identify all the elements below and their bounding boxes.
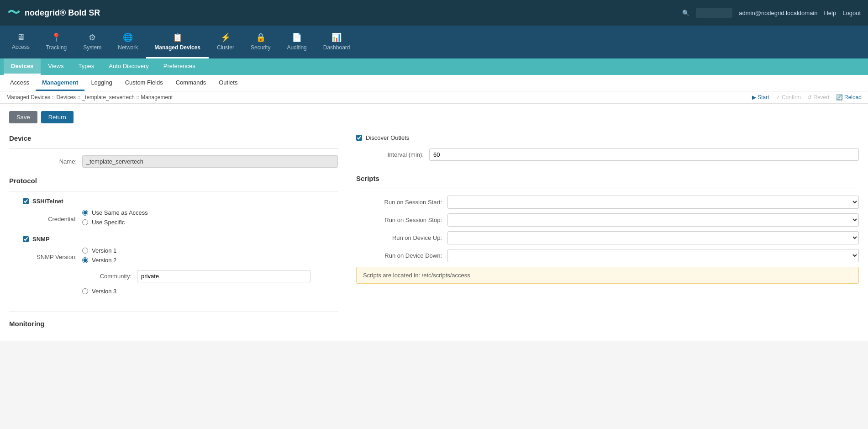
nav-label-dashboard: Dashboard <box>323 44 350 51</box>
cluster-icon: ⚡ <box>221 32 231 42</box>
nav-item-managed-devices[interactable]: 📋 Managed Devices <box>146 26 209 58</box>
secnav-item-outlets[interactable]: Outlets <box>212 75 244 91</box>
version3-row: Version 3 <box>82 288 338 297</box>
subnav-item-types[interactable]: Types <box>71 58 102 75</box>
interval-label: Interval (min): <box>356 151 429 158</box>
nav-item-security[interactable]: 🔒 Security <box>242 26 279 58</box>
subnav-label-devices: Devices <box>11 63 33 69</box>
version2-label: Version 2 <box>92 257 116 264</box>
script-session-stop-select[interactable] <box>447 213 859 227</box>
nav-label-access: Access <box>12 44 30 50</box>
version3-radio[interactable] <box>82 288 88 294</box>
subnav-item-auto-discovery[interactable]: Auto Discovery <box>101 58 156 75</box>
breadcrumb-actions: ▶ Start ✓ Confirm ↺ Revert 🔄 Reload <box>752 94 862 101</box>
ssh-telnet-row: SSH/Telnet <box>23 198 338 205</box>
device-name-label: Name: <box>9 158 82 165</box>
credential-label: Credential: <box>9 216 82 222</box>
logo-icon: 〜 <box>7 4 20 21</box>
nav-item-auditing[interactable]: 📄 Auditing <box>279 26 315 58</box>
script-session-start-select[interactable] <box>447 196 859 209</box>
use-specific-radio[interactable] <box>82 219 88 225</box>
snmp-version-row: SNMP Version: Version 1 Version 2 <box>9 247 338 266</box>
nav-label-network: Network <box>118 44 138 51</box>
reload-action[interactable]: 🔄 Reload <box>836 94 862 101</box>
nav-label-security: Security <box>251 44 270 51</box>
secnav-label-management: Management <box>42 79 78 86</box>
secnav-item-management[interactable]: Management <box>36 75 84 91</box>
use-same-as-access-label: Use Same as Access <box>92 209 148 216</box>
main-nav: 🖥 Access 📍 Tracking ⚙ System 🌐 Network 📋… <box>0 26 868 58</box>
monitoring-section: Monitoring <box>9 311 338 328</box>
nav-item-system[interactable]: ⚙ System <box>75 26 110 58</box>
subnav-label-auto-discovery: Auto Discovery <box>109 63 148 69</box>
breadcrumb-bar: Managed Devices :: Devices :: _template_… <box>0 91 868 104</box>
interval-input[interactable] <box>429 148 859 161</box>
search-icon: 🔍 <box>682 10 689 16</box>
script-session-stop-label: Run on Session Stop: <box>356 217 447 223</box>
sec-nav: Access Management Logging Custom Fields … <box>0 75 868 91</box>
subnav-label-views: Views <box>48 63 63 69</box>
secnav-item-custom-fields[interactable]: Custom Fields <box>119 75 169 91</box>
network-icon: 🌐 <box>123 32 133 42</box>
scripts-title: Scripts <box>356 175 859 182</box>
breadcrumb: Managed Devices :: Devices :: _template_… <box>6 94 173 101</box>
secnav-item-commands[interactable]: Commands <box>169 75 212 91</box>
auditing-icon: 📄 <box>292 32 302 42</box>
left-column: Device Name: Protocol SSH/Telnet Credent… <box>9 132 356 334</box>
system-icon: ⚙ <box>89 32 96 42</box>
access-icon: 🖥 <box>16 32 25 42</box>
community-input[interactable] <box>137 270 310 282</box>
nav-item-network[interactable]: 🌐 Network <box>110 26 146 58</box>
version2-radio[interactable] <box>82 257 88 263</box>
nav-item-tracking[interactable]: 📍 Tracking <box>38 26 75 58</box>
script-session-start-row: Run on Session Start: <box>356 196 859 209</box>
device-name-input[interactable] <box>82 155 338 168</box>
top-right: 🔍 admin@nodegrid.localdomain Help Logout <box>682 8 861 18</box>
subnav-item-devices[interactable]: Devices <box>4 58 41 75</box>
script-session-start-label: Run on Session Start: <box>356 199 447 206</box>
nav-item-access[interactable]: 🖥 Access <box>4 26 38 58</box>
snmp-label: SNMP <box>32 236 50 243</box>
subnav-label-types: Types <box>79 63 95 69</box>
secnav-item-access[interactable]: Access <box>4 75 36 91</box>
help-link[interactable]: Help <box>824 10 836 16</box>
search-input[interactable] <box>696 8 732 18</box>
use-specific-row: Use Specific <box>82 219 148 226</box>
nav-item-dashboard[interactable]: 📊 Dashboard <box>315 26 358 58</box>
credential-row: Credential: Use Same as Access Use Speci… <box>9 209 338 228</box>
script-device-up-select[interactable] <box>447 231 859 244</box>
discover-outlets-checkbox[interactable] <box>356 135 362 141</box>
script-session-stop-row: Run on Session Stop: <box>356 213 859 227</box>
right-column: Discover Outlets Interval (min): Scripts… <box>356 132 859 334</box>
nav-label-system: System <box>83 44 101 51</box>
nav-label-managed-devices: Managed Devices <box>154 44 200 51</box>
interval-row: Interval (min): <box>356 148 859 161</box>
version2-row: Version 2 <box>82 257 116 264</box>
snmp-checkbox[interactable] <box>23 236 29 242</box>
secnav-label-custom-fields: Custom Fields <box>125 79 163 86</box>
script-device-down-select[interactable] <box>447 249 859 262</box>
script-device-down-label: Run on Device Down: <box>356 252 447 259</box>
content-area: Save Return Device Name: Protocol SSH/Te… <box>0 104 868 341</box>
secnav-item-logging[interactable]: Logging <box>84 75 118 91</box>
community-label: Community: <box>82 273 137 280</box>
subnav-label-preferences: Preferences <box>163 63 195 69</box>
nav-item-cluster[interactable]: ⚡ Cluster <box>209 26 242 58</box>
ssh-telnet-checkbox[interactable] <box>23 198 29 204</box>
return-button[interactable]: Return <box>41 111 74 123</box>
start-action[interactable]: ▶ Start <box>752 94 769 101</box>
save-button[interactable]: Save <box>9 111 37 123</box>
subnav-item-preferences[interactable]: Preferences <box>156 58 203 75</box>
logo-area: 〜 nodegrid® Bold SR <box>7 4 100 21</box>
logout-link[interactable]: Logout <box>842 10 861 16</box>
user-menu[interactable]: admin@nodegrid.localdomain <box>739 10 817 16</box>
credential-options: Use Same as Access Use Specific <box>82 209 148 228</box>
secnav-label-commands: Commands <box>176 79 206 86</box>
nav-label-auditing: Auditing <box>287 44 306 51</box>
subnav-item-views[interactable]: Views <box>41 58 71 75</box>
use-same-as-access-radio[interactable] <box>82 210 88 216</box>
snmp-version-label: SNMP Version: <box>9 254 82 260</box>
nav-label-tracking: Tracking <box>46 44 67 51</box>
script-device-down-row: Run on Device Down: <box>356 249 859 262</box>
version1-radio[interactable] <box>82 248 88 254</box>
